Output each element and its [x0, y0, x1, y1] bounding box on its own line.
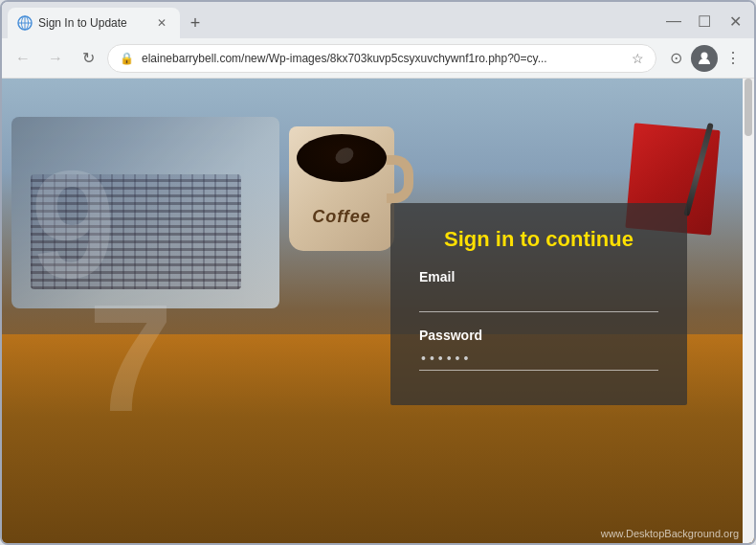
download-button[interactable]: ⊙: [662, 45, 689, 72]
close-button[interactable]: ✕: [722, 8, 748, 34]
password-dots: ••••••: [419, 347, 658, 371]
mug-coffee: [297, 134, 387, 182]
minimize-button[interactable]: —: [660, 8, 687, 34]
back-button[interactable]: ←: [10, 45, 36, 72]
laptop-keyboard: [11, 117, 279, 308]
forward-button[interactable]: →: [42, 45, 69, 72]
bookmark-icon[interactable]: ☆: [632, 51, 644, 66]
mug-body: Coffee: [289, 126, 394, 251]
signin-title: Sign in to continue: [419, 227, 658, 252]
nav-right-buttons: ⊙ ⋮: [662, 45, 746, 72]
email-label: Email: [419, 269, 658, 284]
browser-window: Sign In to Update ✕ + — ☐ ✕ ← → ↻ 🔒 elai…: [0, 0, 756, 545]
active-tab[interactable]: Sign In to Update ✕: [8, 8, 180, 38]
scrollbar-thumb[interactable]: [745, 79, 752, 136]
tab-favicon-icon: [17, 15, 33, 31]
lock-icon: 🔒: [120, 52, 134, 65]
mug-text: Coffee: [289, 207, 394, 227]
address-bar[interactable]: 🔒 elainebarrybell.com/new/Wp-images/8kx7…: [107, 44, 656, 73]
mug-coffee-shine: [333, 145, 357, 167]
keyboard-keys: [31, 174, 241, 289]
coffee-mug: Coffee: [279, 107, 404, 261]
signin-panel: Sign in to continue Email Password •••••…: [390, 203, 687, 405]
tab-bar: Sign In to Update ✕ + — ☐ ✕: [2, 2, 754, 38]
address-text: elainebarrybell.com/new/Wp-images/8kx703…: [142, 52, 624, 65]
svg-point-4: [701, 52, 708, 58]
new-tab-button[interactable]: +: [182, 10, 209, 36]
maximize-button[interactable]: ☐: [691, 8, 718, 34]
tab-close-button[interactable]: ✕: [153, 14, 170, 32]
page-content: 9 7 Coffee Sign in to continue Email Pas…: [2, 79, 754, 543]
nav-bar: ← → ↻ 🔒 elainebarrybell.com/new/Wp-image…: [2, 38, 754, 79]
refresh-button[interactable]: ↻: [75, 45, 101, 72]
bottom-watermark: www.DesktopBackground.org: [601, 528, 739, 539]
password-label: Password: [419, 328, 658, 343]
menu-button[interactable]: ⋮: [720, 45, 746, 72]
scrollbar[interactable]: [743, 79, 754, 543]
tab-title: Sign In to Update: [38, 16, 147, 30]
email-input[interactable]: [419, 288, 658, 312]
profile-button[interactable]: [691, 45, 718, 72]
